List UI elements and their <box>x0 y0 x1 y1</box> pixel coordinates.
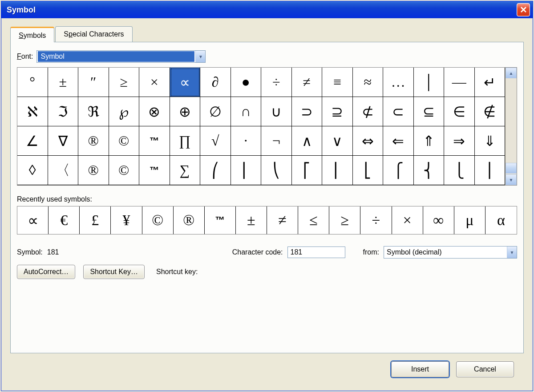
symbol-cell[interactable]: ◊ <box>17 156 48 185</box>
symbol-cell[interactable]: ℜ <box>78 97 109 126</box>
from-label: from: <box>363 248 379 256</box>
symbol-cell[interactable]: ∉ <box>475 97 506 126</box>
symbol-cell[interactable]: ℘ <box>109 97 140 126</box>
symbol-cell[interactable]: ⎪ <box>475 156 506 185</box>
recent-symbol-cell[interactable]: ∞ <box>423 206 454 234</box>
recent-symbol-cell[interactable]: € <box>49 206 80 234</box>
symbol-cell[interactable]: ° <box>17 68 48 97</box>
symbol-cell[interactable]: ∅ <box>200 97 231 126</box>
from-select[interactable]: Symbol (decimal) ▼ <box>384 246 517 259</box>
symbol-cell[interactable]: ∇ <box>48 126 79 156</box>
symbol-cell[interactable]: ∏ <box>170 126 201 156</box>
symbol-cell[interactable]: ∠ <box>17 126 48 156</box>
symbol-cell[interactable]: ⇑ <box>414 126 445 156</box>
scroll-track[interactable] <box>506 78 517 163</box>
symbol-cell[interactable]: 〈 <box>48 156 79 185</box>
symbol-cell[interactable]: ⊂ <box>383 97 414 126</box>
symbol-cell[interactable]: ∩ <box>231 97 262 126</box>
recent-symbol-cell[interactable]: © <box>142 206 174 234</box>
symbol-cell[interactable]: ⊃ <box>292 97 323 126</box>
symbol-cell[interactable]: ℵ <box>17 97 48 126</box>
symbol-cell[interactable]: │ <box>414 68 445 97</box>
autocorrect-button[interactable]: AutoCorrect… <box>17 265 75 279</box>
symbol-cell[interactable]: ® <box>78 126 109 156</box>
recent-symbol-cell[interactable]: ≤ <box>298 206 329 234</box>
shortcut-key-button[interactable]: Shortcut Key… <box>83 265 145 279</box>
symbol-cell[interactable]: ⇔ <box>353 126 384 156</box>
tab-special-characters[interactable]: Special Characters <box>55 26 132 42</box>
scrollbar[interactable]: ▲ ▼ <box>505 68 517 185</box>
font-select[interactable]: Symbol ▼ <box>36 50 206 63</box>
dialog-footer: Insert Cancel <box>10 353 524 377</box>
symbol-cell[interactable]: ® <box>78 156 109 185</box>
insert-button[interactable]: Insert <box>391 361 449 377</box>
recent-symbol-cell[interactable]: × <box>392 206 423 234</box>
symbol-cell[interactable]: ™ <box>139 156 170 185</box>
symbol-cell[interactable]: ⊇ <box>322 97 353 126</box>
symbol-cell[interactable]: ± <box>48 68 79 97</box>
symbol-cell[interactable]: ≈ <box>353 68 384 97</box>
scroll-up-button[interactable]: ▲ <box>506 68 517 78</box>
recent-symbol-cell[interactable]: ≥ <box>329 206 360 234</box>
symbol-cell[interactable]: ⎣ <box>353 156 384 185</box>
recent-symbol-cell[interactable]: ± <box>236 206 267 234</box>
symbol-cell[interactable]: ≠ <box>292 68 323 97</box>
symbol-cell[interactable]: ∂ <box>200 68 231 97</box>
recent-symbol-cell[interactable]: ™ <box>205 206 236 234</box>
window-title: Symbol <box>7 5 36 15</box>
symbol-cell[interactable]: √ <box>200 126 231 156</box>
symbol-cell[interactable]: ⎢ <box>322 156 353 185</box>
scroll-thumb[interactable] <box>506 163 517 174</box>
symbol-cell[interactable]: ⎛ <box>200 156 231 185</box>
recent-symbol-cell[interactable]: μ <box>454 206 485 234</box>
scroll-down-button[interactable]: ▼ <box>506 174 517 185</box>
symbol-cell[interactable]: ∨ <box>322 126 353 156</box>
recent-symbol-cell[interactable]: ¥ <box>111 206 142 234</box>
symbol-cell[interactable]: ⎧ <box>383 156 414 185</box>
symbol-cell[interactable]: ∑ <box>170 156 201 185</box>
symbol-cell[interactable]: ™ <box>139 126 170 156</box>
recent-symbol-cell[interactable]: ≠ <box>267 206 298 234</box>
symbol-cell[interactable]: … <box>383 68 414 97</box>
symbol-cell[interactable]: ∧ <box>292 126 323 156</box>
symbol-cell[interactable]: ⇓ <box>475 126 506 156</box>
symbol-cell[interactable]: ≡ <box>322 68 353 97</box>
symbol-cell[interactable]: ⇒ <box>444 126 475 156</box>
symbol-cell[interactable]: ⎨ <box>414 156 445 185</box>
chevron-down-icon: ▼ <box>507 247 517 258</box>
symbol-cell[interactable]: · <box>231 126 262 156</box>
symbol-cell[interactable]: ℑ <box>48 97 79 126</box>
symbol-cell[interactable]: ∈ <box>444 97 475 126</box>
symbol-cell[interactable]: ⎩ <box>444 156 475 185</box>
symbol-cell[interactable]: ≥ <box>109 68 140 97</box>
symbol-cell[interactable]: ⎜ <box>231 156 262 185</box>
symbol-cell[interactable]: © <box>109 126 140 156</box>
symbol-cell[interactable]: ● <box>231 68 262 97</box>
symbol-cell[interactable]: ∝ <box>170 68 201 97</box>
recent-symbol-cell[interactable]: £ <box>80 206 111 234</box>
symbol-cell[interactable]: ″ <box>78 68 109 97</box>
symbol-cell[interactable]: ⎡ <box>292 156 323 185</box>
cancel-button[interactable]: Cancel <box>456 361 514 377</box>
recent-symbol-cell[interactable]: α <box>485 206 517 234</box>
recent-symbol-cell[interactable]: ∝ <box>17 206 49 234</box>
character-code-input[interactable] <box>287 247 345 258</box>
symbol-cell[interactable]: ÷ <box>261 68 292 97</box>
symbol-cell[interactable]: ∪ <box>261 97 292 126</box>
symbol-cell[interactable]: × <box>139 68 170 97</box>
recent-symbol-cell[interactable]: ® <box>174 206 205 234</box>
symbol-cell[interactable]: ⊆ <box>414 97 445 126</box>
recent-symbol-cell[interactable]: ÷ <box>360 206 392 234</box>
symbol-cell[interactable]: ⊗ <box>139 97 170 126</box>
close-button[interactable]: ✕ <box>517 3 530 16</box>
symbol-cell[interactable]: ⎝ <box>261 156 292 185</box>
symbol-cell[interactable]: ⇐ <box>383 126 414 156</box>
tab-symbols[interactable]: Symbols <box>10 27 54 42</box>
symbol-cell[interactable]: ↵ <box>475 68 506 97</box>
symbol-cell[interactable]: — <box>444 68 475 97</box>
symbol-cell[interactable]: ⊕ <box>170 97 201 126</box>
symbol-cell[interactable]: © <box>109 156 140 185</box>
symbol-cell[interactable]: ⊄ <box>353 97 384 126</box>
symbol-cell[interactable]: ¬ <box>261 126 292 156</box>
button-row: AutoCorrect… Shortcut Key… Shortcut key: <box>17 265 517 279</box>
